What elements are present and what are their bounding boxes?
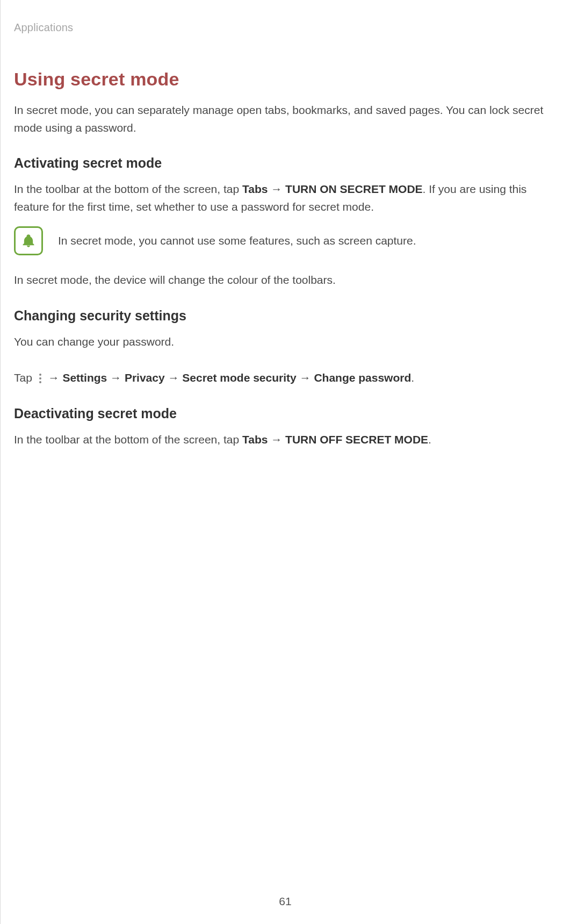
text-fragment: Tap [14, 371, 35, 384]
text-fragment: . [428, 433, 431, 446]
text-fragment: In the toolbar at the bottom of the scre… [14, 433, 242, 446]
changing-line1: You can change your password. [14, 333, 557, 351]
arrow-icon: → [107, 371, 125, 384]
intro-paragraph: In secret mode, you can separately manag… [14, 102, 557, 137]
arrow-icon: → [268, 183, 285, 195]
section-changing: Changing security settings You can chang… [14, 308, 557, 387]
arrow-icon: → [165, 371, 183, 384]
page-title: Using secret mode [14, 69, 557, 90]
page-number: 61 [1, 895, 570, 908]
heading-deactivating: Deactivating secret mode [14, 406, 557, 421]
privacy-label: Privacy [125, 371, 165, 384]
heading-activating: Activating secret mode [14, 155, 557, 171]
arrow-icon: → [268, 433, 285, 446]
note-text: In secret mode, you cannot use some feat… [58, 232, 416, 249]
section-deactivating: Deactivating secret mode In the toolbar … [14, 406, 557, 449]
turn-on-label: TURN ON SECRET MODE [285, 183, 423, 195]
text-fragment: . [411, 371, 414, 384]
activating-after-note: In secret mode, the device will change t… [14, 271, 557, 289]
activating-paragraph: In the toolbar at the bottom of the scre… [14, 181, 557, 216]
turn-off-label: TURN OFF SECRET MODE [285, 433, 428, 446]
text-fragment: In the toolbar at the bottom of the scre… [14, 183, 242, 195]
arrow-icon: → [297, 371, 314, 384]
manual-page: Applications Using secret mode In secret… [0, 0, 570, 924]
more-options-icon [37, 372, 44, 384]
secret-mode-security-label: Secret mode security [182, 371, 296, 384]
changing-path: Tap → Settings → Privacy → Secret mode s… [14, 369, 557, 387]
change-password-label: Change password [314, 371, 411, 384]
deactivating-paragraph: In the toolbar at the bottom of the scre… [14, 431, 557, 449]
tabs-label: Tabs [242, 183, 268, 195]
heading-changing: Changing security settings [14, 308, 557, 324]
section-breadcrumb: Applications [14, 22, 557, 34]
bell-icon [14, 226, 43, 255]
note-callout: In secret mode, you cannot use some feat… [14, 226, 557, 255]
tabs-label: Tabs [242, 433, 268, 446]
settings-label: Settings [62, 371, 107, 384]
section-activating: Activating secret mode In the toolbar at… [14, 155, 557, 289]
arrow-icon: → [45, 371, 63, 384]
